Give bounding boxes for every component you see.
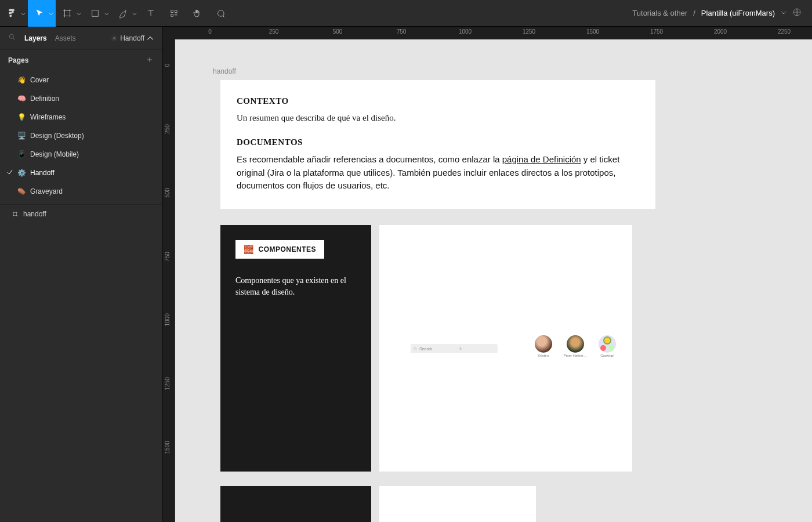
breadcrumb-separator: / xyxy=(693,9,695,17)
pages-header-label: Pages xyxy=(8,56,28,64)
componentes-pill: 🧱 COMPONENTES xyxy=(235,240,324,259)
search-icon xyxy=(413,346,418,351)
documentos-body: Es recomendable añadir referencias a doc… xyxy=(237,153,639,193)
person-peter: Peter Harber… xyxy=(564,335,587,357)
ruler-tick: 1250 xyxy=(523,28,535,35)
breadcrumb-file[interactable]: Plantilla (uiFromMars) xyxy=(701,9,775,17)
topbar: Tutorials & other / Plantilla (uiFromMar… xyxy=(0,0,812,27)
chevron-up-icon xyxy=(147,35,154,42)
page-item-definition[interactable]: 🧠Definition xyxy=(0,89,162,108)
pen-icon xyxy=(118,8,128,19)
svg-point-3 xyxy=(114,37,115,39)
ruler-tick: 1500 xyxy=(586,28,599,35)
page-item-wireframes[interactable]: 💡Wireframes xyxy=(0,108,162,126)
people-row: Kristen Peter Harber… Cooking! xyxy=(535,335,616,357)
figma-menu[interactable] xyxy=(0,0,28,27)
frame-label[interactable]: handoff xyxy=(213,67,236,75)
page-emoji-icon: 💡 xyxy=(17,113,26,121)
resources-tool[interactable] xyxy=(162,0,186,27)
page-item-graveyard[interactable]: ⚰️Graveyard xyxy=(0,182,162,201)
page-label: Handoff xyxy=(30,169,55,177)
multiplayer-icon[interactable] xyxy=(792,8,802,19)
bottom-light-card[interactable] xyxy=(379,486,536,522)
ruler-tick: 1000 xyxy=(459,28,472,35)
page-item-design-mobile[interactable]: 📱Design (Mobile) xyxy=(0,145,162,164)
page-label: Cover xyxy=(30,76,49,84)
avatar xyxy=(567,335,584,353)
componentes-dark-card[interactable]: 🧱 COMPONENTES Componentes que ya existen… xyxy=(220,225,371,472)
pen-tool[interactable] xyxy=(111,0,139,27)
hand-tool[interactable] xyxy=(186,0,209,27)
ruler-tick: 0 xyxy=(164,60,171,71)
gear-icon xyxy=(111,35,118,42)
comment-tool[interactable] xyxy=(209,0,232,27)
ruler-vertical: 0 250 500 750 1000 1250 1500 xyxy=(162,39,175,522)
tab-layers[interactable]: Layers xyxy=(24,34,47,42)
page-label: Graveyard xyxy=(30,187,63,195)
ruler-tick: 0 xyxy=(208,28,212,35)
bottom-dark-card[interactable] xyxy=(220,486,371,522)
toolbar xyxy=(0,0,232,26)
canvas[interactable]: handoff CONTEXTO Un resumen que describa… xyxy=(175,39,812,522)
file-menu-chevron[interactable] xyxy=(781,9,786,17)
text-tool[interactable] xyxy=(139,0,162,27)
page-emoji-icon: 👋 xyxy=(17,76,26,84)
pages-header: Pages xyxy=(0,50,162,71)
ruler-tick: 1500 xyxy=(164,443,171,454)
componentes-light-card[interactable]: Search Kristen Peter Harber… Cooking! xyxy=(379,225,632,472)
text-icon xyxy=(146,8,156,19)
svg-rect-0 xyxy=(92,10,99,16)
avatar xyxy=(599,335,616,353)
page-item-cover[interactable]: 👋Cover xyxy=(0,71,162,89)
documentos-title: DOCUMENTOS xyxy=(237,137,639,147)
intro-card[interactable]: CONTEXTO Un resumen que describa de qué … xyxy=(220,80,655,209)
ruler-tick: 500 xyxy=(333,28,343,35)
page-emoji-icon: ⚙️ xyxy=(17,169,26,177)
chevron-down-icon xyxy=(104,8,109,19)
page-item-handoff[interactable]: ⚙️Handoff xyxy=(0,164,162,182)
chevron-down-icon xyxy=(21,8,26,19)
page-emoji-icon: 🖥️ xyxy=(17,132,26,140)
person-kristen: Kristen xyxy=(535,335,552,357)
page-emoji-icon: 📱 xyxy=(17,150,26,158)
figma-logo-icon xyxy=(6,8,17,19)
documentos-link: página de Definición xyxy=(502,154,581,164)
page-item-design-desktop[interactable]: 🖥️Design (Desktop) xyxy=(0,126,162,145)
rectangle-icon xyxy=(90,8,100,19)
mini-search-placeholder: Search xyxy=(419,347,456,351)
page-label: Definition xyxy=(30,95,59,103)
shape-tool[interactable] xyxy=(84,0,111,27)
layer-label: handoff xyxy=(23,210,46,218)
search-layers-button[interactable] xyxy=(8,33,16,43)
contexto-title: CONTEXTO xyxy=(237,96,639,106)
add-page-button[interactable] xyxy=(146,56,154,66)
ruler-tick: 750 xyxy=(164,251,171,263)
breadcrumb-parent[interactable]: Tutorials & other xyxy=(632,9,687,17)
frame-tool[interactable] xyxy=(56,0,84,27)
documentos-body-a: Es recomendable añadir referencias a doc… xyxy=(237,154,502,164)
page-label: Design (Desktop) xyxy=(30,132,84,140)
ruler-tick: 750 xyxy=(397,28,407,35)
mic-icon xyxy=(458,346,495,351)
resources-icon xyxy=(169,8,179,19)
componentes-body: Componentes que ya existen en el sistema… xyxy=(235,275,356,298)
frame-icon xyxy=(62,8,72,19)
svg-point-4 xyxy=(414,347,416,349)
contexto-body: Un resumen que describa de qué va el dis… xyxy=(237,112,639,125)
page-label: Wireframes xyxy=(30,113,66,121)
svg-point-2 xyxy=(9,34,13,38)
ruler-tick: 1250 xyxy=(164,379,171,390)
check-icon xyxy=(7,169,13,177)
ruler-tick: 250 xyxy=(269,28,279,35)
page-switcher[interactable]: Handoff xyxy=(111,34,154,42)
hand-icon xyxy=(192,8,202,19)
comment-icon xyxy=(215,8,226,19)
ruler-tick: 2250 xyxy=(778,28,791,35)
chevron-down-icon xyxy=(132,8,137,19)
ruler-tick: 2000 xyxy=(714,28,727,35)
avatar xyxy=(535,335,552,353)
person-label: Peter Harber… xyxy=(564,354,587,357)
layer-frame-handoff[interactable]: handoff xyxy=(0,205,162,223)
tab-assets[interactable]: Assets xyxy=(55,34,76,42)
move-tool[interactable] xyxy=(28,0,56,27)
